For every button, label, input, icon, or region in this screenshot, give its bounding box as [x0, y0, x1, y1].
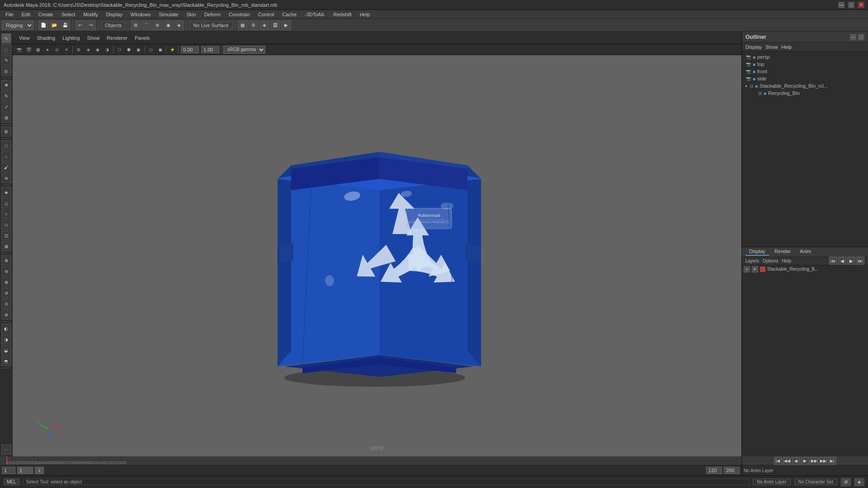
- show-manipulator-btn[interactable]: ⚙: [1, 127, 11, 136]
- step-fwd-btn[interactable]: ▶▶: [819, 457, 827, 465]
- vp-texture-btn[interactable]: ◈: [84, 46, 93, 54]
- hypershade-btn[interactable]: ◈: [259, 20, 269, 30]
- scene-viewport[interactable]: Rubbermaid COMMERCIAL PRODUCTS: [13, 55, 741, 456]
- tool21-btn[interactable]: ⋯: [1, 445, 11, 455]
- vp-smooth-btn[interactable]: ●: [43, 46, 52, 54]
- redo-button[interactable]: ↪: [86, 20, 96, 30]
- menu-skin[interactable]: Skin: [183, 11, 199, 18]
- snap-view-btn[interactable]: ◈: [174, 20, 184, 30]
- menu-display[interactable]: Display: [103, 11, 126, 18]
- viewport-renderer-menu[interactable]: Renderer: [104, 34, 130, 42]
- viewport-show-menu[interactable]: Show: [85, 34, 103, 42]
- layer-prev-btn[interactable]: ⏮: [829, 257, 837, 265]
- ch-tab-render[interactable]: Render: [771, 248, 794, 256]
- render-btn[interactable]: ▦: [238, 20, 248, 30]
- sculpt-btn[interactable]: ⌂: [1, 151, 11, 161]
- menu-constrain[interactable]: Constrain: [225, 11, 254, 18]
- render-settings-btn[interactable]: ⚙: [249, 20, 259, 30]
- menu-file[interactable]: File: [2, 11, 17, 18]
- select-tool-btn[interactable]: ↖: [1, 33, 11, 43]
- vp-ao-btn[interactable]: ◑: [103, 46, 112, 54]
- outliner-node-recycling[interactable]: ⊞ ■ Recycling_Bin: [742, 89, 868, 97]
- outliner-node-top[interactable]: 📷 ■ top: [742, 61, 868, 68]
- vp-shadow-btn[interactable]: ◉: [93, 46, 102, 54]
- ipr-btn[interactable]: ▶: [281, 20, 291, 30]
- start-frame-field[interactable]: 1: [2, 467, 15, 474]
- vp-iso-btn[interactable]: ⬡: [115, 46, 124, 54]
- viewport-panels-menu[interactable]: Panels: [132, 34, 153, 42]
- ch-help-item[interactable]: Help: [782, 258, 791, 263]
- tool5-btn[interactable]: ◈: [1, 187, 11, 197]
- layer-v-btn[interactable]: V: [744, 266, 750, 272]
- viewport-view-menu[interactable]: View: [16, 34, 33, 42]
- step-back-btn[interactable]: ◀◀: [783, 457, 791, 465]
- paint-select-btn[interactable]: ✎: [1, 55, 11, 65]
- next-frame-btn[interactable]: ▶▶: [810, 457, 818, 465]
- move-tool-btn[interactable]: ✥: [1, 80, 11, 90]
- restore-button[interactable]: □: [848, 2, 854, 8]
- vp-xray2-btn[interactable]: ◼: [156, 46, 165, 54]
- tool8-btn[interactable]: ◇: [1, 220, 11, 230]
- range-end-field[interactable]: 200: [724, 467, 740, 474]
- ch-options-item[interactable]: Options: [763, 258, 778, 263]
- outliner-node-stackable[interactable]: ▸ ⊟ ■ Stackable_Recycling_Bin_rcl...: [742, 82, 868, 89]
- vp-camera-btn[interactable]: 📷: [14, 46, 24, 54]
- menu-3dtoall[interactable]: -3DToAll-: [301, 11, 329, 18]
- tool11-btn[interactable]: ⊕: [1, 255, 11, 265]
- status-icon-btn2[interactable]: ◈: [854, 478, 864, 486]
- status-icon-btn1[interactable]: ⚙: [841, 478, 851, 486]
- snap-grid-btn[interactable]: ⊞: [131, 20, 141, 30]
- open-button[interactable]: 📂: [49, 20, 59, 30]
- snap-point-btn[interactable]: ⊕: [152, 20, 162, 30]
- snap-surface-btn[interactable]: ◉: [163, 20, 173, 30]
- render-view-btn[interactable]: 🖼: [270, 20, 280, 30]
- vp-bounding-btn[interactable]: ▣: [134, 46, 143, 54]
- menu-select[interactable]: Select: [58, 11, 79, 18]
- menu-simulate[interactable]: Simulate: [155, 11, 182, 18]
- minimize-button[interactable]: —: [838, 2, 844, 8]
- menu-redshift[interactable]: Redshift: [330, 11, 355, 18]
- soft-select-btn[interactable]: ◎: [1, 66, 11, 76]
- rotate-tool-btn[interactable]: ↻: [1, 91, 11, 101]
- outliner-minimize-btn[interactable]: —: [850, 34, 856, 40]
- menu-create[interactable]: Create: [35, 11, 57, 18]
- ch-layers-item[interactable]: Layers: [745, 258, 759, 263]
- ch-tab-anim[interactable]: Anim: [796, 248, 815, 256]
- tool18-btn[interactable]: ◑: [1, 334, 11, 344]
- vp-wireframe-btn[interactable]: ▦: [33, 46, 42, 54]
- tool15-btn[interactable]: ⊙: [1, 299, 11, 309]
- outliner-display-menu[interactable]: Display: [745, 44, 762, 50]
- color-space-dropdown[interactable]: sRGB gamma: [223, 46, 265, 54]
- cloth-btn[interactable]: ≋: [1, 173, 11, 183]
- current-frame-field[interactable]: [17, 467, 33, 474]
- layer-row-default[interactable]: V P Stackable_Recycling_B...: [742, 265, 868, 273]
- tool16-btn[interactable]: ⊚: [1, 310, 11, 319]
- ch-tab-display[interactable]: Display: [745, 248, 769, 256]
- create-poly-btn[interactable]: □: [1, 141, 11, 150]
- prev-frame-btn[interactable]: ◀: [792, 457, 800, 465]
- tool6-btn[interactable]: △: [1, 198, 11, 208]
- go-end-btn[interactable]: ▶|: [828, 457, 836, 465]
- viewport-lighting-menu[interactable]: Lighting: [60, 34, 83, 42]
- tool9-btn[interactable]: ⊡: [1, 230, 11, 240]
- tool20-btn[interactable]: ◓: [1, 356, 11, 366]
- vp-box-btn[interactable]: ⬢: [124, 46, 133, 54]
- outliner-show-menu[interactable]: Show: [765, 44, 778, 50]
- tool13-btn[interactable]: ⊗: [1, 277, 11, 287]
- menu-help[interactable]: Help: [356, 11, 374, 18]
- vp-gamma-field[interactable]: 1.00: [201, 46, 219, 53]
- universal-manip-btn[interactable]: ⊞: [1, 113, 11, 122]
- menu-deform[interactable]: Deform: [201, 11, 224, 18]
- vp-playblast-btn[interactable]: ⚡: [168, 46, 177, 54]
- vp-grid-btn[interactable]: ⊞: [74, 46, 83, 54]
- outliner-restore-btn[interactable]: □: [858, 34, 864, 40]
- vp-flat-btn[interactable]: ◎: [52, 46, 61, 54]
- go-start-btn[interactable]: |◀: [774, 457, 782, 465]
- end-frame-field[interactable]: 120: [706, 467, 722, 474]
- viewport-shading-menu[interactable]: Shading: [34, 34, 58, 42]
- outliner-node-side[interactable]: 📷 ■ side: [742, 75, 868, 82]
- paint-btn[interactable]: 🖌: [1, 162, 11, 172]
- undo-button[interactable]: ↩: [75, 20, 85, 30]
- play-back-btn[interactable]: ▶: [801, 457, 809, 465]
- save-button[interactable]: 💾: [60, 20, 70, 30]
